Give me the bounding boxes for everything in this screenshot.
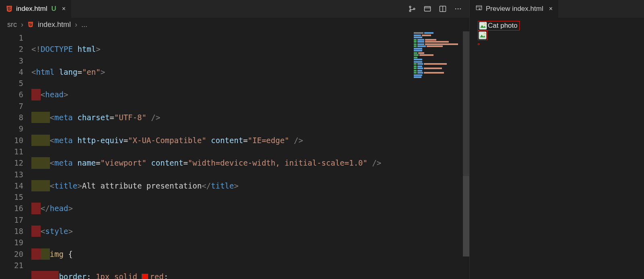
tab-dirty-marker: U: [51, 5, 56, 13]
open-changes-icon[interactable]: [423, 5, 431, 13]
scrollbar[interactable]: [463, 31, 469, 279]
svg-point-17: [484, 33, 485, 34]
split-editor-icon[interactable]: [439, 5, 447, 13]
svg-point-9: [479, 8, 480, 9]
tab-filename: index.html: [16, 5, 47, 13]
minimap-content: [414, 32, 461, 72]
close-icon[interactable]: ×: [62, 5, 66, 12]
broken-image-alt-text: Cat photo: [487, 22, 518, 30]
svg-point-1: [409, 10, 411, 12]
color-swatch-icon: [142, 274, 148, 279]
editor-tab-bar: index.html U ×: [0, 0, 469, 18]
breadcrumb[interactable]: src › index.html › ...: [0, 18, 469, 31]
svg-point-5: [455, 8, 456, 10]
broken-image-icon: [479, 31, 487, 39]
chevron-right-icon: ›: [21, 21, 23, 29]
preview-icon: [475, 4, 483, 14]
svg-point-7: [460, 8, 461, 10]
breadcrumb-file[interactable]: index.html: [38, 21, 71, 29]
svg-point-2: [413, 8, 415, 10]
chevron-right-icon: ›: [75, 21, 77, 29]
close-icon[interactable]: ×: [549, 5, 553, 12]
breadcrumb-folder[interactable]: src: [7, 21, 17, 29]
svg-point-12: [484, 23, 485, 25]
html-file-icon: [27, 21, 34, 28]
html-file-icon: [6, 5, 13, 12]
source-control-icon[interactable]: [408, 5, 416, 13]
svg-point-6: [458, 8, 459, 10]
minimap[interactable]: [412, 31, 463, 279]
code-content[interactable]: <!DOCTYPE html> <html lang="en"> <head> …: [31, 31, 469, 279]
preview-body: Cat photo: [470, 18, 644, 279]
editor-pane: index.html U × src › index.html › ...: [0, 0, 469, 279]
tab-actions: [408, 0, 469, 18]
editor-tab[interactable]: index.html U ×: [0, 0, 71, 18]
broken-image-with-alt: Cat photo: [478, 21, 520, 31]
preview-tab[interactable]: Preview index.html ×: [470, 0, 558, 18]
broken-image-no-alt: [478, 31, 487, 40]
svg-rect-3: [425, 6, 431, 11]
svg-point-0: [409, 6, 411, 8]
more-actions-icon[interactable]: [454, 5, 462, 13]
broken-image-icon: [479, 22, 487, 30]
broken-image-empty-alt: [478, 43, 479, 45]
preview-tab-bar: Preview index.html ×: [470, 0, 644, 18]
code-editor[interactable]: 123 456 789 101112 131415 161718 192021 …: [0, 31, 469, 279]
line-number-gutter: 123 456 789 101112 131415 161718 192021: [0, 31, 31, 279]
breadcrumb-ellipsis[interactable]: ...: [81, 21, 87, 29]
preview-tab-title: Preview index.html: [486, 5, 543, 13]
preview-pane: Preview index.html × Cat photo: [469, 0, 644, 279]
